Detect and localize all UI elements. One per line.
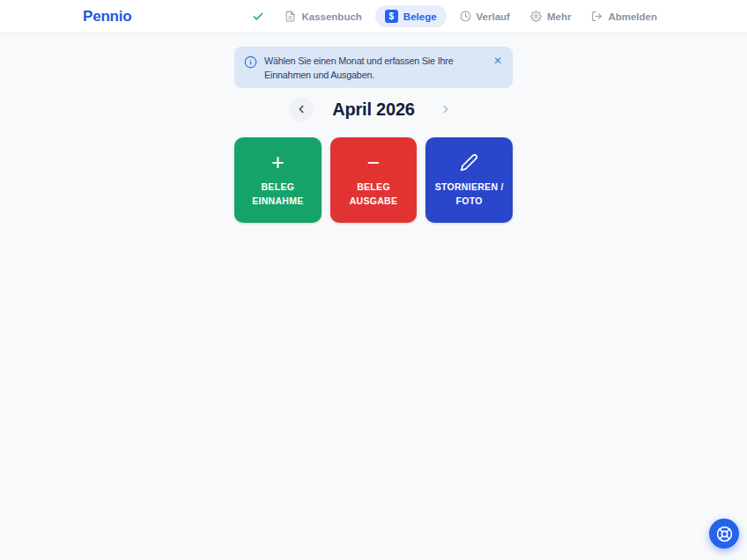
alert-message: Wählen Sie einen Monat und erfassen Sie …: [264, 53, 484, 82]
chevron-left-icon: [295, 103, 307, 115]
alert-close-icon[interactable]: ✕: [492, 53, 504, 69]
beleg-einnahme-button[interactable]: + BELEG EINNAHME: [234, 137, 322, 223]
nav-label-verlauf: Verlauf: [477, 11, 510, 22]
card-label-line1: BELEG: [357, 181, 390, 192]
nav-label-belege: Belege: [403, 11, 437, 22]
nav-item-verlauf[interactable]: Verlauf: [453, 6, 517, 26]
logout-icon: [591, 11, 603, 22]
nav-label-mehr: Mehr: [547, 11, 571, 22]
nav-label-abmelden: Abmelden: [608, 11, 657, 22]
gear-icon: [530, 11, 542, 22]
card-label-line2: AUSGABE: [350, 195, 398, 206]
card-label-line1: BELEG: [261, 181, 294, 192]
plus-icon: +: [271, 152, 285, 172]
card-label: BELEG AUSGABE: [350, 180, 398, 209]
prev-month-button[interactable]: [289, 97, 314, 122]
lifebuoy-icon: [716, 526, 733, 542]
month-navigation: April 2026: [289, 96, 458, 122]
info-icon: [244, 55, 257, 69]
card-label-line2: EINNAHME: [252, 195, 303, 206]
app-logo[interactable]: Pennio: [83, 8, 131, 26]
action-cards: + BELEG EINNAHME − BELEG AUSGABE STORNIE…: [234, 137, 513, 223]
next-month-button[interactable]: [433, 97, 458, 122]
info-alert: Wählen Sie einen Monat und erfassen Sie …: [234, 47, 513, 88]
sync-checkmark-icon: [252, 11, 264, 23]
card-label-line2: FOTO: [456, 195, 483, 206]
chevron-right-icon: [440, 103, 452, 115]
nav-item-kassenbuch[interactable]: Kassenbuch: [277, 6, 368, 26]
stornieren-foto-button[interactable]: STORNIEREN / FOTO: [425, 137, 513, 223]
top-bar-inner: Pennio Kassenbuch $ Belege Verlauf: [83, 0, 664, 33]
card-label-line1: STORNIEREN /: [435, 181, 504, 192]
beleg-ausgabe-button[interactable]: − BELEG AUSGABE: [330, 137, 418, 223]
main-nav: Kassenbuch $ Belege Verlauf Mehr: [252, 5, 664, 27]
month-title: April 2026: [332, 99, 415, 120]
nav-label-kassenbuch: Kassenbuch: [301, 11, 361, 22]
document-icon: [285, 11, 296, 22]
nav-item-belege[interactable]: $ Belege: [375, 5, 447, 27]
pencil-icon: [460, 152, 478, 172]
top-bar: Pennio Kassenbuch $ Belege Verlauf: [0, 0, 747, 33]
main-content: Wählen Sie einen Monat und erfassen Sie …: [234, 47, 513, 223]
nav-item-mehr[interactable]: Mehr: [523, 6, 578, 26]
help-button[interactable]: [709, 519, 739, 549]
card-label: STORNIEREN / FOTO: [435, 180, 504, 209]
nav-item-abmelden[interactable]: Abmelden: [584, 6, 664, 26]
minus-icon: −: [367, 152, 381, 172]
receipt-dollar-icon: $: [385, 10, 398, 23]
clock-icon: [460, 11, 471, 22]
card-label: BELEG EINNAHME: [252, 180, 303, 209]
